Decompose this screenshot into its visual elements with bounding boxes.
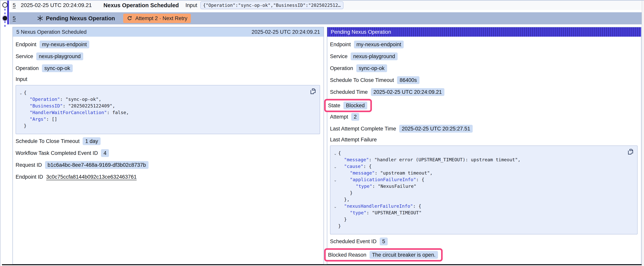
collapse-chevron-icon[interactable]: ⌄ [332, 203, 338, 210]
code-line: "Operation": "sync-op-ok", [18, 96, 308, 103]
field-value-schedule-to-close-timeout: 1 day [83, 137, 100, 145]
field-workflow-task-completed-event-id: Workflow Task Completed Event ID4 [16, 149, 320, 157]
copy-icon[interactable] [627, 148, 634, 156]
field-value-scheduled-time: 2025-02-25 UTC 20:24:09.21 [371, 88, 444, 96]
event-time: 2025-02-25 UTC 20:24:09.21 [21, 2, 92, 9]
field-request-id: Request IDb1c6a4bc-8ee7-468a-9169-df3b02… [16, 161, 320, 169]
field-label: Workflow Task Completed Event ID [16, 150, 98, 156]
event-id-link[interactable]: 5 [13, 15, 16, 22]
field-label: Scheduled Event ID [330, 238, 376, 244]
code-line: "HandlerWaitForCancellation": false, [18, 109, 308, 116]
pending-operation-row[interactable]: 5 Pending Nexus Operation Attempt 2 · Ne… [9, 12, 642, 24]
pending-operation-panel-header: Pending Nexus Operation [327, 27, 641, 37]
field-scheduled-time: Scheduled Time2025-02-25 UTC 20:24:09.21 [330, 88, 638, 96]
highlight-annotation: StateBlocked [324, 99, 372, 112]
field-value-workflow-task-completed-event-id: 4 [101, 149, 109, 157]
copy-icon[interactable] [310, 88, 316, 95]
field-label: Service [330, 54, 348, 60]
collapse-chevron-icon[interactable]: ⌄ [332, 164, 338, 170]
collapse-chevron-icon[interactable]: ⌄ [332, 177, 338, 183]
field-endpoint: Endpointmy-nexus-endpoint [330, 41, 638, 48]
event-name: Nexus Operation Scheduled [104, 2, 179, 9]
field-label: Scheduled Time [330, 89, 368, 95]
code-line: "message": "handler error (UPSTREAM_TIME… [332, 156, 626, 163]
code-line: ⌄"cause": { [332, 163, 626, 170]
pending-operation-content: Endpointmy-nexus-endpointServicenexus-pl… [327, 37, 641, 264]
field-label: Endpoint ID [16, 174, 43, 180]
event-input-label: Input [186, 2, 197, 9]
panel-title: 5 Nexus Operation Scheduled [16, 29, 86, 35]
code-line: "message": "upstream timeout", [332, 170, 626, 176]
field-value-operation: sync-op-ok [42, 64, 73, 72]
scrollbar-track[interactable] [642, 1, 644, 266]
code-line: ⌄"applicationFailureInfo": { [332, 176, 626, 183]
field-endpoint: Endpointmy-nexus-endpoint [16, 41, 320, 48]
field-scheduled-event-id: Scheduled Event ID5 [330, 237, 638, 245]
code-line: "type": "UPSTREAM_TIMEOUT" [332, 209, 626, 216]
event-detail-panel-header: 5 Nexus Operation Scheduled 2025-02-25 U… [13, 27, 324, 37]
field-label: Last Attempt Complete Time [330, 126, 396, 132]
code-line: "Args": [] [18, 116, 308, 122]
field-value-service: nexus-playground [351, 53, 398, 60]
field-value-state: Blocked [344, 102, 367, 109]
field-state: StateBlocked [328, 102, 367, 109]
code-line: ⌄"nexusHandlerFailureInfo": { [332, 203, 626, 209]
event-input-preview[interactable]: {"Operation":"sync-op-ok","BusinessID":"… [200, 1, 344, 9]
field-value-endpoint-id[interactable]: 3c0c75ccfa8144b092c13ce632463761 [46, 174, 137, 180]
attempt-status-badge: Attempt 2 · Next Retry [123, 14, 191, 23]
field-value-operation: sync-op-ok [356, 64, 387, 72]
field-label: Endpoint [16, 42, 36, 48]
field-value-endpoint: my-nexus-endpoint [354, 41, 404, 48]
field-value-blocked-reason: The circuit breaker is open. [370, 251, 438, 259]
timeline-dashed-line [4, 21, 6, 28]
pending-operation-panel: Pending Nexus Operation Endpointmy-nexus… [327, 27, 642, 264]
field-operation: Operationsync-op-ok [16, 64, 320, 72]
pending-operation-name: Pending Nexus Operation [46, 15, 115, 22]
field-label: Endpoint [330, 42, 351, 48]
collapse-chevron-icon[interactable]: ⌄ [18, 90, 24, 97]
code-line: "BusinessID": "20250225122409", [18, 103, 308, 109]
event-id-link[interactable]: 5 [13, 2, 16, 9]
field-value-last-attempt-complete-time: 2025-02-25 UTC 20:25:27.51 [399, 125, 473, 133]
field-schedule-to-close-timeout: Schedule To Close Timeout1 day [16, 137, 320, 145]
code-line: } [18, 122, 308, 129]
input-group-label: Input [16, 76, 320, 82]
field-operation: Operationsync-op-ok [330, 64, 638, 72]
collapse-chevron-icon[interactable]: ⌄ [332, 150, 338, 157]
workflow-event-history-view: 5 2025-02-25 UTC 20:24:09.21 Nexus Opera… [0, 0, 644, 266]
field-label: Schedule To Close Timeout [330, 77, 394, 83]
highlight-annotation: Blocked ReasonThe circuit breaker is ope… [324, 248, 443, 261]
field-label: Schedule To Close Timeout [16, 138, 80, 144]
asterisk-icon [37, 15, 44, 22]
code-line: ⌄{ [18, 89, 308, 96]
field-last-attempt-complete-time: Last Attempt Complete Time2025-02-25 UTC… [330, 125, 638, 133]
field-service: Servicenexus-playground [16, 53, 320, 60]
field-schedule-to-close-timeout: Schedule To Close Timeout86400s [330, 76, 638, 84]
field-endpoint-id: Endpoint ID3c0c75ccfa8144b092c13ce632463… [16, 173, 320, 181]
event-summary-row[interactable]: 5 2025-02-25 UTC 20:24:09.21 Nexus Opera… [11, 1, 642, 10]
bottom-divider [2, 264, 642, 265]
input-json-block: ⌄{"Operation": "sync-op-ok","BusinessID"… [16, 85, 320, 134]
code-line: }, [332, 196, 626, 203]
field-label: Operation [16, 65, 39, 71]
field-label: Operation [330, 65, 353, 71]
field-service: Servicenexus-playground [330, 53, 638, 60]
code-line: ⌄{ [332, 150, 626, 156]
field-value-attempt: 2 [351, 113, 359, 121]
field-label: State [328, 103, 340, 109]
field-attempt: Attempt2 [330, 113, 638, 121]
code-line: "type": "NexusFailure" [332, 183, 626, 190]
field-label: Request ID [16, 162, 42, 168]
field-value-request-id: b1c6a4bc-8ee7-468a-9169-df3b02c8737b [45, 161, 148, 169]
timeline-node-filled-icon [3, 16, 7, 21]
field-value-schedule-to-close-timeout: 86400s [397, 76, 420, 84]
code-line: } [332, 190, 626, 196]
timeline-node-open-icon [2, 2, 8, 8]
timeline-dashed-line [4, 9, 6, 16]
field-label: Service [16, 54, 33, 60]
field-label: Attempt [330, 114, 348, 120]
event-detail-panel: 5 Nexus Operation Scheduled 2025-02-25 U… [12, 27, 324, 264]
field-value-endpoint: my-nexus-endpoint [40, 41, 90, 48]
code-line: } [332, 216, 626, 223]
field-blocked-reason: Blocked ReasonThe circuit breaker is ope… [328, 251, 438, 259]
